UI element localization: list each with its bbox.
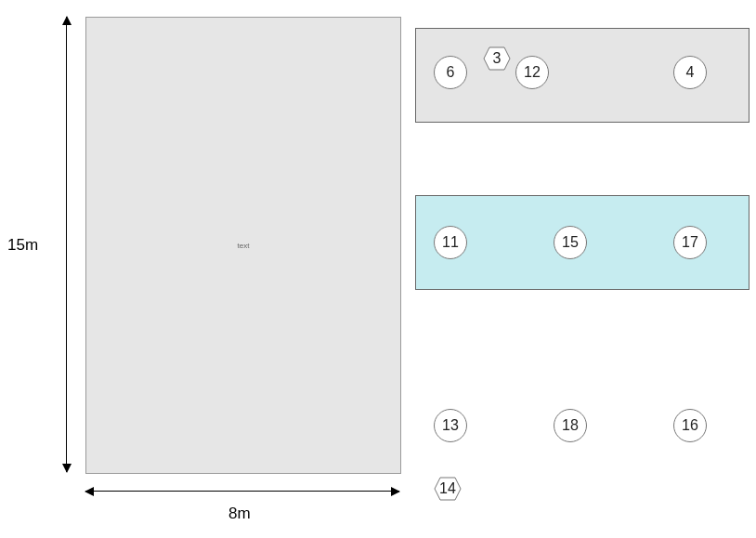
height-dimension-label: 15m [7, 236, 38, 255]
node-circle: 4 [673, 56, 707, 89]
node-hexagon: 3 [483, 46, 511, 71]
height-dimension-arrow [66, 17, 67, 472]
node-circle: 6 [434, 56, 467, 89]
width-dimension-label: 8m [228, 505, 251, 523]
diagram-canvas: text 15m 8m 6 3 12 4 11 15 17 13 18 16 1… [0, 0, 756, 538]
main-area-rect: text [85, 17, 401, 474]
node-circle: 16 [673, 409, 707, 442]
node-circle: 13 [434, 409, 467, 442]
node-circle: 18 [554, 409, 587, 442]
node-circle: 11 [434, 226, 467, 259]
node-hexagon: 14 [434, 477, 462, 501]
width-dimension-arrow [85, 491, 399, 492]
node-circle: 17 [673, 226, 707, 259]
node-circle: 12 [515, 56, 549, 89]
main-area-label: text [238, 242, 250, 250]
node-circle: 15 [554, 226, 587, 259]
